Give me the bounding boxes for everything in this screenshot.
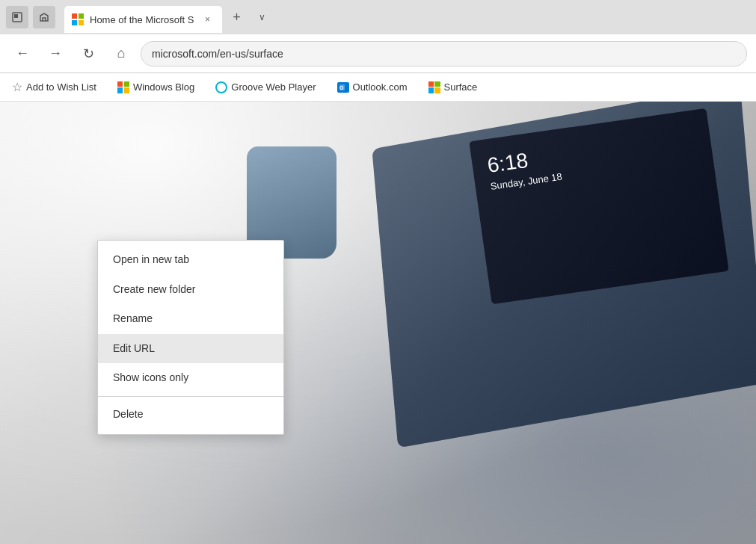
main-content: 6:18 Sunday, June 18 Open in new tab Cre…	[0, 102, 756, 544]
favorites-bar: ☆ Add to Wish List Windows Blog Groove W…	[0, 73, 756, 102]
groove-icon	[215, 81, 227, 93]
browser-chrome: Home of the Microsoft S × + ∨ ← → ↻ ⌂ mi…	[0, 0, 756, 102]
fav-label: Windows Blog	[133, 81, 194, 93]
nav-bar: ← → ↻ ⌂ microsoft.com/en-us/surface	[0, 34, 756, 73]
context-menu-item-create-folder[interactable]: Create new folder	[98, 275, 283, 305]
favorites-bar-item-outlook[interactable]: O Outlook.com	[333, 78, 412, 96]
fav-label: Outlook.com	[353, 81, 408, 93]
address-bar[interactable]: microsoft.com/en-us/surface	[141, 41, 747, 67]
tab-list-button[interactable]: ∨	[251, 6, 273, 28]
tab-favicon	[72, 13, 84, 25]
tab-title: Home of the Microsoft S	[90, 14, 194, 25]
favorites-bar-item-add-to-wish-list[interactable]: ☆ Add to Wish List	[7, 77, 101, 97]
favorites-bar-item-groove[interactable]: Groove Web Player	[211, 78, 320, 96]
context-menu-item-delete[interactable]: Delete	[98, 400, 283, 430]
fav-label: Groove Web Player	[231, 81, 316, 93]
context-menu-item-edit-url[interactable]: Edit URL	[98, 334, 283, 364]
fav-label: Surface	[444, 81, 478, 93]
ms-logo-icon-2	[428, 81, 440, 93]
context-menu: Open in new tab Create new folder Rename…	[97, 240, 284, 435]
context-menu-divider	[98, 396, 283, 397]
tab-bar: Home of the Microsoft S × + ∨	[0, 0, 756, 34]
back-button[interactable]: ←	[9, 40, 36, 67]
favorites-bar-item-surface[interactable]: Surface	[424, 78, 482, 96]
window-btn-2[interactable]	[33, 6, 55, 28]
forward-button[interactable]: →	[42, 40, 69, 67]
refresh-button[interactable]: ↻	[75, 40, 102, 67]
svg-rect-1	[14, 14, 18, 18]
url-text: microsoft.com/en-us/surface	[152, 48, 283, 60]
active-tab[interactable]: Home of the Microsoft S ×	[64, 6, 222, 33]
fav-label: Add to Wish List	[26, 81, 96, 93]
context-menu-item-rename[interactable]: Rename	[98, 304, 283, 334]
window-controls	[6, 6, 55, 28]
star-icon: ☆	[12, 80, 22, 94]
new-tab-button[interactable]: +	[225, 6, 248, 28]
context-menu-item-show-icons-only[interactable]: Show icons only	[98, 363, 283, 393]
favorites-bar-item-windows-blog[interactable]: Windows Blog	[113, 78, 199, 96]
surface-screen: 6:18 Sunday, June 18	[469, 108, 729, 304]
ms-logo-icon	[117, 81, 129, 93]
context-menu-item-open-new-tab[interactable]: Open in new tab	[98, 245, 283, 275]
svg-text:O: O	[339, 85, 344, 90]
window-btn-1[interactable]	[6, 6, 28, 28]
outlook-icon: O	[337, 82, 349, 93]
tab-close-button[interactable]: ×	[200, 12, 215, 27]
home-button[interactable]: ⌂	[108, 40, 135, 67]
